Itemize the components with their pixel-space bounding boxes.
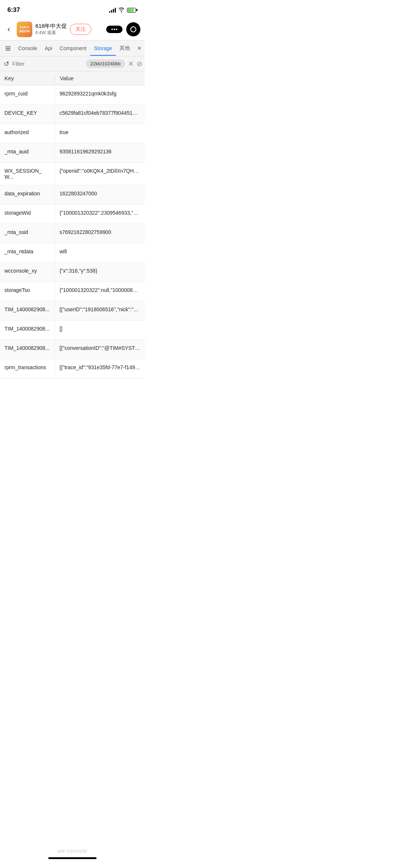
cell-value: true <box>55 124 145 143</box>
cell-value: wifi <box>55 243 145 262</box>
cell-key: WX_SESSION_W... <box>0 163 55 185</box>
cell-key: TIM_1400082908... <box>0 321 55 339</box>
devtools-tabs: ⊞ Console Api Component Storage 其他 × <box>0 40 145 56</box>
cell-value: {"x":316,"y":538} <box>55 263 145 282</box>
cell-value: s76921622802759900 <box>55 224 145 243</box>
cell-value: [{"conversationID":"@TIM#SYSTEM","type":… <box>55 340 145 359</box>
table-row[interactable]: TIM_1400082908... [{"conversationID":"@T… <box>0 340 145 359</box>
cell-key: storageTso <box>0 282 55 301</box>
cell-key: _mta_ntdata <box>0 243 55 262</box>
cell-value: [] <box>55 321 145 339</box>
cell-key: wcconsole_xy <box>0 263 55 282</box>
cell-key: _mta_auid <box>0 143 55 162</box>
status-icons: ⚡ <box>109 7 137 13</box>
table-row[interactable]: _mta_ntdata wifi <box>0 243 145 263</box>
cell-key: TIM_1400082908... <box>0 340 55 359</box>
battery-icon: ⚡ <box>127 8 137 13</box>
cell-key: _mta_ssid <box>0 224 55 243</box>
key-column-header: Key <box>0 75 55 81</box>
cell-value: 935811619629292136 <box>55 143 145 162</box>
filter-bar: ↺ 22kb/10240kb ✕ ⊘ <box>0 56 145 71</box>
table-row[interactable]: _mta_ssid s76921622802759900 <box>0 224 145 243</box>
table-row[interactable]: data_expiration 1622803247000 <box>0 185 145 205</box>
cell-value: {"openid":"o0KQK4_2tDilXn7QHhvxY1lYZa5U"… <box>55 163 145 185</box>
table-row[interactable]: _mta_auid 935811619629292136 <box>0 143 145 163</box>
cell-value: [{"userID":"1918006516","nick":"19180065… <box>55 301 145 320</box>
tab-api[interactable]: Api <box>41 41 56 56</box>
channel-text: 618年中大促 6.4W 观看 <box>35 23 67 36</box>
signal-icon <box>109 7 116 13</box>
wifi-icon <box>118 7 125 13</box>
table-row[interactable]: DEVICE_KEY c5629fa81cf04eb78377f9044519d… <box>0 105 145 124</box>
refresh-icon[interactable]: ↺ <box>4 60 9 68</box>
record-button[interactable] <box>126 22 140 36</box>
more-button[interactable] <box>106 26 123 33</box>
cell-value: [{"trace_id":"931e35fd-77e7-f149-a5b0-09… <box>55 359 145 378</box>
storage-table: Key Value rprm_cuid 96292893221qmk0k3sfg… <box>0 71 145 378</box>
cell-key: authorized <box>0 124 55 143</box>
table-row[interactable]: authorized true <box>0 124 145 143</box>
avatar: LULUMEOW <box>17 22 32 37</box>
cell-key: storageWid <box>0 205 55 224</box>
follow-button[interactable]: 关注 <box>70 24 91 35</box>
table-row[interactable]: rprm_cuid 96292893221qmk0k3sfg <box>0 85 145 105</box>
cross-icon[interactable]: ⊞ <box>1 40 14 56</box>
channel-title: 618年中大促 <box>35 23 67 30</box>
cell-value: 1622803247000 <box>55 185 145 204</box>
filter-input[interactable] <box>12 61 83 67</box>
cell-value: 96292893221qmk0k3sfg <box>55 85 145 104</box>
tab-storage[interactable]: Storage <box>90 41 116 56</box>
channel-sub: 6.4W 观看 <box>35 30 67 36</box>
cell-value: c5629fa81cf04eb78377f9044519d2ce <box>55 105 145 124</box>
cell-key: rprm_cuid <box>0 85 55 104</box>
tab-component[interactable]: Component <box>56 41 90 56</box>
table-row[interactable]: storageTso {"100001320322":null,"1000008… <box>0 282 145 301</box>
table-header: Key Value <box>0 71 145 85</box>
cell-value: {"100001320322":2309546933,"10000086086.… <box>55 205 145 224</box>
value-column-header: Value <box>55 75 145 81</box>
table-row[interactable]: rprm_transactions [{"trace_id":"931e35fd… <box>0 359 145 378</box>
table-row[interactable]: storageWid {"100001320322":2309546933,"1… <box>0 205 145 224</box>
table-row[interactable]: TIM_1400082908... [{"userID":"1918006516… <box>0 301 145 321</box>
table-body: rprm_cuid 96292893221qmk0k3sfg DEVICE_KE… <box>0 85 145 378</box>
tab-console[interactable]: Console <box>14 41 41 56</box>
channel-info: LULUMEOW 618年中大促 6.4W 观看 关注 <box>17 22 102 37</box>
table-row[interactable]: TIM_1400082908... [] <box>0 321 145 340</box>
back-button[interactable]: ‹ <box>4 23 13 36</box>
cell-key: DEVICE_KEY <box>0 105 55 124</box>
block-icon[interactable]: ⊘ <box>137 60 142 68</box>
top-nav: ‹ LULUMEOW 618年中大促 6.4W 观看 关注 <box>0 19 145 40</box>
clear-icon[interactable]: ✕ <box>128 60 134 68</box>
table-row[interactable]: wcconsole_xy {"x":316,"y":538} <box>0 263 145 282</box>
cell-key: rprm_transactions <box>0 359 55 378</box>
tab-other[interactable]: 其他 <box>116 40 134 56</box>
table-row[interactable]: WX_SESSION_W... {"openid":"o0KQK4_2tDilX… <box>0 163 145 185</box>
close-icon[interactable]: × <box>134 41 145 56</box>
cell-key: data_expiration <box>0 185 55 204</box>
storage-size: 22kb/10240kb <box>86 59 125 68</box>
cell-key: TIM_1400082908... <box>0 301 55 320</box>
cell-value: {"100001320322":null,"100000860862":null… <box>55 282 145 301</box>
status-time: 6:37 <box>7 6 20 14</box>
status-bar: 6:37 ⚡ <box>0 0 145 19</box>
